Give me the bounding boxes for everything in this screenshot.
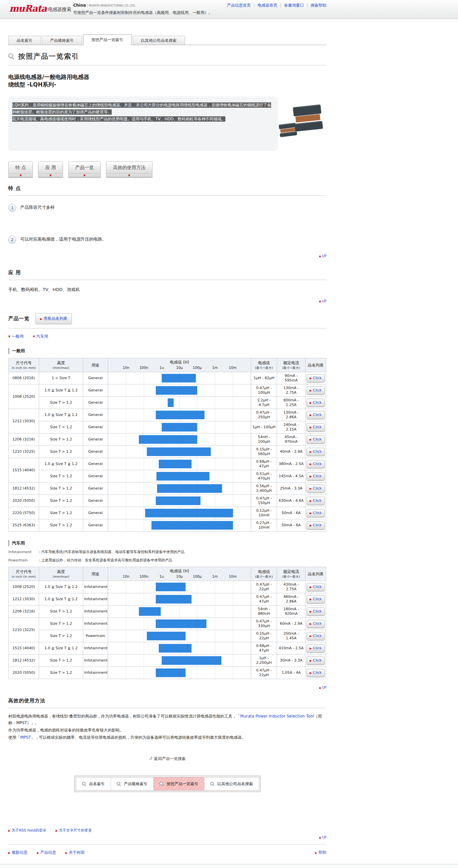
- inductance-chart-cell: [108, 483, 251, 495]
- bottom-tab-product-spec-index[interactable]: 产品规格索引: [111, 777, 154, 790]
- latest-news-link[interactable]: ▶最新信息: [8, 850, 28, 856]
- bottom-tab-part-name-index[interactable]: 品名索引: [76, 777, 111, 790]
- page-header: muRata 电感器搜索 China / MURATA MANUFACTURIN…: [0, 0, 458, 19]
- rated-current-cell: 380mA - 2.5A: [277, 458, 306, 470]
- usage-cell: General: [83, 446, 108, 458]
- anchor-product-list-button[interactable]: 产品一览▼: [68, 161, 101, 178]
- usage-cell: Infotainment: [83, 581, 108, 593]
- bottom-tab-other-company-name[interactable]: 以其他公司品名搜索: [204, 777, 259, 790]
- click-button[interactable]: ▶Click: [307, 485, 325, 493]
- click-button[interactable]: ▶Click: [307, 620, 325, 628]
- back-to-product-list-search-link[interactable]: ↺返回产品一览搜索: [149, 756, 186, 761]
- nav-search-help[interactable]: 搜索帮助: [310, 3, 327, 8]
- part-list-cell: ▶Click: [306, 593, 326, 606]
- part-list-cell: ▶Click: [306, 397, 326, 409]
- click-button[interactable]: ▶Click: [307, 509, 325, 517]
- mpst-link[interactable]: MPST: [20, 735, 31, 740]
- click-button[interactable]: ▶Click: [307, 521, 325, 530]
- red-arrow-icon: ▶: [37, 851, 39, 855]
- click-button[interactable]: ▶Click: [307, 374, 325, 382]
- inductance-range-bar: [147, 632, 186, 640]
- nav-product-info-home[interactable]: 产品信息首页: [227, 3, 251, 8]
- click-button[interactable]: ▶Click: [307, 411, 325, 419]
- height-spec-cell: Size T > 1.2: [39, 618, 83, 630]
- product-photo: [277, 104, 327, 140]
- red-arrow-icon: ▶: [309, 635, 311, 638]
- click-button[interactable]: ▶Click: [307, 435, 325, 444]
- anchor-application-button[interactable]: 应 用▼: [38, 161, 63, 178]
- click-button[interactable]: ▶Click: [307, 595, 325, 603]
- inductance-range-bar: [162, 374, 196, 382]
- inductance-chart-cell: [108, 434, 251, 446]
- feature-item: 2 可以对应高电感值，适用于电源升压的电路。: [8, 236, 327, 244]
- red-arrow-icon: ▶: [309, 586, 311, 589]
- tab-part-name-index[interactable]: 品名索引: [8, 36, 41, 45]
- back-to-top-link[interactable]: ▲UP: [319, 254, 327, 258]
- click-button[interactable]: ▶Click: [307, 386, 325, 395]
- anchor-usage-method-button[interactable]: 高效的使用方法▼: [106, 161, 152, 178]
- click-button[interactable]: ▶Click: [307, 460, 325, 468]
- filter-link-general[interactable]: ▼一般用: [8, 334, 24, 339]
- back-to-top-link[interactable]: ▲UP: [319, 299, 327, 303]
- category-filters: ▼一般用 ▼汽车用: [8, 334, 327, 339]
- click-button[interactable]: ▶Click: [307, 656, 325, 665]
- click-button[interactable]: ▶Click: [307, 669, 325, 677]
- red-arrow-icon: ▶: [309, 622, 311, 625]
- part-list-cell: ▶Click: [306, 507, 326, 519]
- tab-product-spec-index[interactable]: 产品规格索引: [42, 36, 82, 45]
- inductance-chart-cell: [108, 618, 251, 630]
- click-button[interactable]: ▶Click: [307, 423, 325, 432]
- rated-current-cell: 250mA - 1.45A: [277, 630, 306, 642]
- nav-inductor-home[interactable]: 电感器首页: [257, 3, 277, 8]
- section-divider: [8, 708, 327, 708]
- rated-current-cell: 30mA - 3.3A: [277, 655, 306, 667]
- inductance-range-cell: 0.68µH - 47µH: [251, 458, 277, 470]
- click-button[interactable]: ▶Click: [307, 399, 325, 407]
- filter-link-automotive[interactable]: ▼汽车用: [33, 334, 48, 339]
- click-button[interactable]: ▶Click: [307, 632, 325, 640]
- feature-item: 1 产品阵容尺寸多样: [8, 204, 327, 212]
- click-button[interactable]: ▶Click: [307, 497, 325, 505]
- inductance-axis-ticks: 10n100n1u10µ100µ1m10m: [109, 366, 250, 371]
- size-code-cell: 1515 (4040): [9, 642, 39, 655]
- mpst-tool-link[interactable]: Murata Power Inductor Selection Tool: [240, 714, 314, 718]
- search-icon: [117, 782, 121, 786]
- view-part-list-button[interactable]: ▶查看品名列表: [35, 313, 72, 324]
- height-spec-cell: 1.0 ≧ Size T ≧ 1.2: [39, 458, 83, 470]
- col-header-inductance-axis: 电感值 (H) 10n100n1u10µ100µ1m10m: [108, 358, 251, 372]
- click-button[interactable]: ▶Click: [307, 472, 325, 480]
- red-arrow-icon: ▶: [309, 487, 311, 490]
- nav-separator: |: [253, 3, 255, 8]
- height-spec-cell: Size T > 1.2: [39, 483, 83, 495]
- red-arrow-icon: ▶: [309, 377, 311, 380]
- rated-current-cell: 1,05A - 4A: [277, 667, 306, 679]
- tab-product-list-index[interactable]: 按照产品一览索引: [83, 34, 131, 45]
- product-info-link[interactable]: ▶产品信息: [37, 850, 56, 856]
- murata-logo[interactable]: muRata: [9, 3, 47, 13]
- rss-feed-link[interactable]: ▶关于RSS feed的登录: [8, 828, 47, 833]
- rated-current-cell: 50mA - 6A: [277, 519, 306, 532]
- click-button[interactable]: ▶Click: [307, 583, 325, 591]
- inductance-chart-cell: [108, 384, 251, 397]
- back-to-top-link[interactable]: ▲UP: [319, 686, 327, 689]
- inductance-range-bar: [151, 521, 233, 530]
- bottom-tab-product-list-index[interactable]: 按照产品一览索引: [153, 777, 205, 790]
- product-table-row: 1212 (3030)1.0 ≧ Size T ≧ 1.2General0.47…: [9, 409, 326, 421]
- anchor-features-button[interactable]: 特 点▼: [8, 161, 33, 178]
- red-arrow-icon: ▶: [309, 414, 311, 416]
- click-button[interactable]: ▶Click: [307, 448, 325, 456]
- tab-other-company-name[interactable]: 以其他公司品名搜索: [132, 36, 185, 45]
- height-spec-cell: 1.0 ≧ Size T ≧ 1.2: [39, 384, 83, 397]
- inductance-range-cell: 1µH - 82µH: [251, 372, 277, 384]
- font-size-link[interactable]: ▶关于文字尺寸的变更: [56, 828, 92, 833]
- height-spec-cell: Size T > 1.2: [39, 606, 83, 618]
- nav-inquiry[interactable]: 各垂询窗口: [284, 3, 304, 8]
- usage-cell: General: [83, 458, 108, 470]
- part-list-cell: ▶Click: [306, 642, 326, 655]
- about-murata-link[interactable]: ▶关于村田: [65, 850, 85, 856]
- back-to-top-link[interactable]: ▲UP: [319, 836, 327, 839]
- help-link[interactable]: ▶帮助: [315, 850, 327, 856]
- click-button[interactable]: ▶Click: [307, 608, 325, 616]
- click-button[interactable]: ▶Click: [307, 644, 325, 653]
- part-list-cell: ▶Click: [306, 581, 326, 593]
